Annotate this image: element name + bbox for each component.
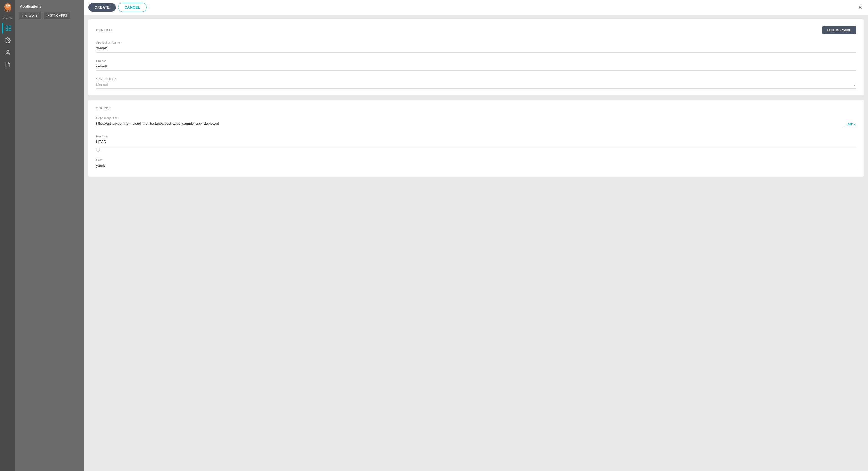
create-button[interactable]: CREATE [88, 3, 116, 11]
svg-rect-7 [8, 26, 10, 28]
repository-url-value[interactable]: https://github.com/ibm-cloud-architectur… [96, 121, 843, 128]
revision-label: Revision [96, 135, 856, 138]
sidebar-item-user[interactable] [2, 47, 13, 58]
sidebar-item-apps[interactable] [2, 23, 13, 34]
source-section: SOURCE Repository URL https://github.com… [88, 100, 864, 177]
git-badge: GIT ✓ [847, 123, 856, 128]
logo [2, 2, 13, 14]
new-app-button[interactable]: + NEW APP [19, 12, 41, 19]
sync-policy-label: SYNC POLICY [96, 78, 856, 81]
source-section-title: SOURCE [96, 107, 111, 110]
application-name-field: Application Name sample [96, 41, 856, 53]
svg-point-4 [7, 5, 7, 6]
path-field: Path yamls [96, 158, 856, 170]
version-label: v1.4.2+4 [3, 17, 13, 19]
repository-url-label: Repository URL [96, 116, 856, 120]
svg-rect-8 [5, 29, 7, 31]
repo-url-field: https://github.com/ibm-cloud-architectur… [96, 121, 843, 128]
sync-policy-field: SYNC POLICY Manual ∨ [96, 78, 856, 89]
revision-value[interactable]: HEAD [96, 140, 856, 146]
top-toolbar: CREATE CANCEL ✕ [84, 0, 868, 15]
sidebar-item-logs[interactable] [2, 59, 13, 70]
sync-policy-select[interactable]: Manual ∨ [96, 82, 856, 89]
project-label: Project [96, 59, 856, 62]
general-section: GENERAL EDIT AS YAML Application Name sa… [88, 19, 864, 95]
info-icon: i [96, 148, 100, 152]
svg-point-10 [7, 39, 8, 41]
close-button[interactable]: ✕ [857, 4, 864, 11]
svg-point-11 [7, 50, 8, 52]
svg-rect-9 [8, 29, 10, 31]
general-section-title: GENERAL [96, 28, 113, 32]
left-panel-title: Applications [16, 0, 84, 12]
sync-policy-value: Manual [96, 83, 108, 87]
form-area: GENERAL EDIT AS YAML Application Name sa… [84, 15, 868, 471]
application-name-label: Application Name [96, 41, 856, 44]
chevron-down-icon: ∨ [853, 82, 856, 87]
application-name-value[interactable]: sample [96, 46, 856, 53]
revision-field: Revision HEAD i [96, 135, 856, 152]
svg-point-5 [9, 5, 10, 6]
cancel-button[interactable]: CANCEL [118, 3, 147, 12]
path-value[interactable]: yamls [96, 164, 856, 170]
sidebar-item-settings[interactable] [2, 35, 13, 46]
repository-url-field: Repository URL https://github.com/ibm-cl… [96, 116, 856, 128]
sync-apps-button[interactable]: ⟳ SYNC APPS [44, 12, 70, 19]
left-panel: Applications + NEW APP ⟳ SYNC APPS [16, 0, 84, 471]
main-content: CREATE CANCEL ✕ GENERAL EDIT AS YAML App… [84, 0, 868, 471]
project-field: Project default [96, 59, 856, 71]
repo-row: https://github.com/ibm-cloud-architectur… [96, 121, 856, 128]
svg-rect-6 [5, 26, 7, 28]
edit-yaml-button[interactable]: EDIT AS YAML [823, 26, 856, 34]
sidebar: v1.4.2+4 [0, 0, 16, 471]
path-label: Path [96, 158, 856, 162]
project-value[interactable]: default [96, 64, 856, 71]
